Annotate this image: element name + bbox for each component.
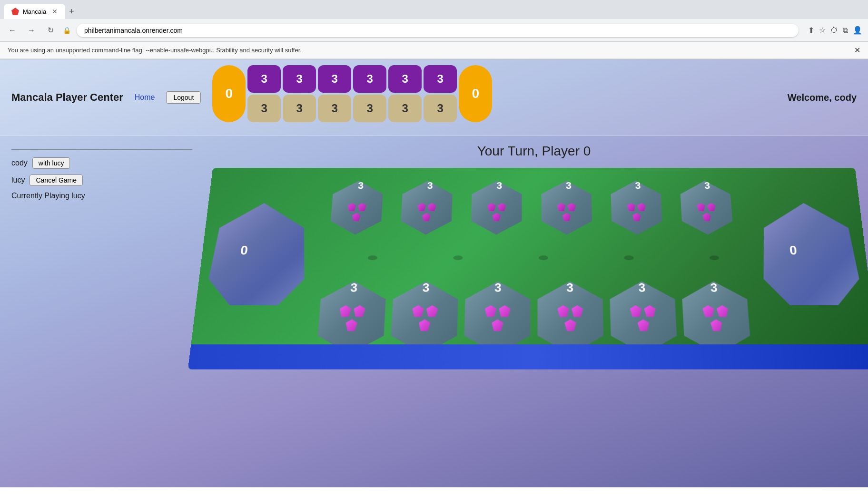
sidebar-divider <box>11 149 192 150</box>
warning-bar: You are using an unsupported command-lin… <box>0 42 868 59</box>
pit-3d-top-0[interactable]: 3 <box>326 181 391 239</box>
share-icon[interactable]: ⬆ <box>808 26 814 35</box>
board-ui: 0 3 3 3 3 3 3 3 3 3 3 3 3 <box>212 65 492 122</box>
browser-chrome: Mancala ✕ + ← → ↻ 🔒 ⬆ ☆ ⏱ ⧉ 👤 You are us… <box>0 0 868 59</box>
store-right: 0 <box>459 65 492 122</box>
new-tab-btn[interactable]: + <box>69 7 74 17</box>
top-pits-3d-row: 3 3 <box>322 181 746 239</box>
welcome-message: Welcome, cody <box>788 92 857 103</box>
app-header: Mancala Player Center Home Logout 0 3 3 … <box>0 59 868 136</box>
currently-playing-text: Currently Playing lucy <box>11 192 188 200</box>
lock-icon: 🔒 <box>63 27 71 34</box>
store-3d-left: 0 <box>206 203 311 305</box>
tab-close-btn[interactable]: ✕ <box>52 8 58 15</box>
top-pits-row: 3 3 3 3 3 3 <box>247 65 457 93</box>
store-left-score: 0 <box>226 86 233 101</box>
store-3d-right: 0 <box>757 203 862 305</box>
game-area: Your Turn, Player 0 0 0 <box>200 136 868 487</box>
app-title: Mancala Player Center <box>11 91 123 104</box>
main-area: cody with lucy lucy Cancel Game Currentl… <box>0 136 868 487</box>
pit-3d-top-2[interactable]: 3 <box>468 181 529 239</box>
forward-button[interactable]: → <box>25 24 38 37</box>
pit-top-0[interactable]: 3 <box>247 65 281 93</box>
tab-favicon <box>11 8 19 15</box>
sidebar: cody with lucy lucy Cancel Game Currentl… <box>0 136 200 487</box>
pit-3d-top-4[interactable]: 3 <box>608 181 671 239</box>
pit-bot-4[interactable]: 3 <box>388 95 422 122</box>
bottom-pits-row: 3 3 3 3 3 3 <box>247 95 457 122</box>
pit-top-3[interactable]: 3 <box>353 65 386 93</box>
active-tab[interactable]: Mancala ✕ <box>4 4 65 19</box>
pit-bot-3[interactable]: 3 <box>353 95 386 122</box>
logout-button[interactable]: Logout <box>166 91 201 104</box>
cancel-game-button[interactable]: Cancel Game <box>30 174 83 186</box>
with-lucy-button[interactable]: with lucy <box>32 157 70 169</box>
pit-3d-top-5[interactable]: 3 <box>677 181 741 239</box>
refresh-button[interactable]: ↻ <box>44 24 57 37</box>
browser-actions: ⬆ ☆ ⏱ ⧉ 👤 <box>808 26 862 35</box>
close-warning-btn[interactable]: ✕ <box>854 46 860 55</box>
polyhedron-left <box>206 203 311 305</box>
back-button[interactable]: ← <box>6 24 19 37</box>
timer-icon[interactable]: ⏱ <box>830 26 838 35</box>
board-bottom-strip <box>188 344 868 369</box>
pit-bot-5[interactable]: 3 <box>424 95 457 122</box>
pit-bot-2[interactable]: 3 <box>318 95 351 122</box>
player1-row: cody with lucy <box>11 157 188 169</box>
polyhedron-right <box>757 203 862 305</box>
pit-3d-top-1[interactable]: 3 <box>397 181 460 239</box>
pits-3d-area: 3 3 <box>312 181 756 359</box>
tab-title: Mancala <box>23 8 46 15</box>
store-3d-left-score: 0 <box>240 243 249 258</box>
split-view-icon[interactable]: ⧉ <box>843 26 848 35</box>
bookmark-icon[interactable]: ☆ <box>819 26 826 35</box>
turn-text: Your Turn, Player 0 <box>477 144 591 159</box>
warning-text: You are using an unsupported command-lin… <box>8 47 302 54</box>
player1-name: cody <box>11 159 28 167</box>
store-right-score: 0 <box>472 86 480 101</box>
pit-3d-top-3[interactable]: 3 <box>539 181 600 239</box>
pit-top-2[interactable]: 3 <box>318 65 351 93</box>
profile-icon[interactable]: 👤 <box>853 26 862 35</box>
pit-bot-0[interactable]: 3 <box>247 95 281 122</box>
app-content: Mancala Player Center Home Logout 0 3 3 … <box>0 59 868 487</box>
pit-top-1[interactable]: 3 <box>283 65 316 93</box>
player2-name: lucy <box>11 176 25 184</box>
url-input[interactable] <box>77 24 799 37</box>
home-link[interactable]: Home <box>135 93 155 102</box>
tab-bar: Mancala ✕ + <box>0 0 868 19</box>
address-bar: ← → ↻ 🔒 ⬆ ☆ ⏱ ⧉ 👤 <box>0 19 868 42</box>
player2-row: lucy Cancel Game <box>11 174 188 186</box>
pit-top-5[interactable]: 3 <box>424 65 457 93</box>
pit-bot-1[interactable]: 3 <box>283 95 316 122</box>
store-left: 0 <box>212 65 246 122</box>
pit-top-4[interactable]: 3 <box>388 65 422 93</box>
board-3d: 0 0 3 <box>188 168 868 369</box>
store-3d-right-score: 0 <box>789 243 798 258</box>
pits-area: 3 3 3 3 3 3 3 3 3 3 3 3 <box>247 65 457 122</box>
